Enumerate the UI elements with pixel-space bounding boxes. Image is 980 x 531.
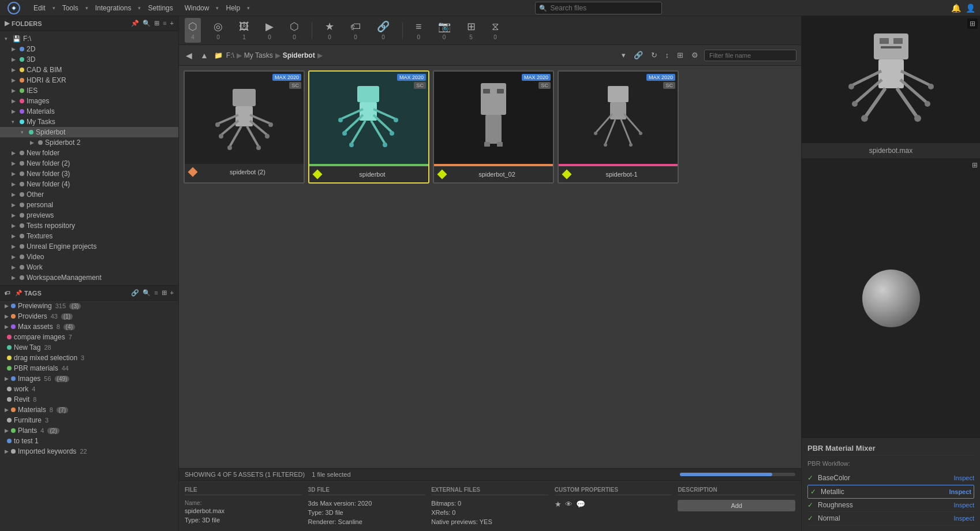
path-dropdown-btn[interactable]: ▾	[619, 50, 628, 61]
fd-eye-icon[interactable]: 👁	[565, 500, 573, 508]
menu-item-help[interactable]: Help	[221, 3, 245, 13]
tag-item-providers[interactable]: ▶ Providers 43 (1)	[0, 311, 178, 321]
preview-corner-icon[interactable]: ⊞	[967, 18, 978, 29]
add-folder-icon[interactable]: +	[170, 20, 174, 27]
toolbar-star-btn[interactable]: ★ 0	[321, 18, 338, 43]
menu-item-window[interactable]: Window	[180, 3, 214, 13]
sort-tags-icon[interactable]: ≡	[154, 289, 158, 297]
folder-item-newfolder2[interactable]: ▶ New folder (2)	[0, 158, 178, 169]
folder-item-previews[interactable]: ▶ previews	[0, 210, 178, 220]
folder-item-spiderbot[interactable]: ▾ Spiderbot	[0, 127, 178, 137]
folder-item-hdri[interactable]: ▶ HDRI & EXR	[0, 75, 178, 85]
toolbar-clock-btn[interactable]: ⧖ 0	[488, 18, 503, 43]
user-avatar-icon[interactable]: 👤	[966, 3, 975, 13]
tag-item-materials-tag[interactable]: ▶ Materials 8 (7)	[0, 405, 178, 415]
folder-item-ies[interactable]: ▶ IES	[0, 85, 178, 96]
toolbar-grid-btn[interactable]: ⊞ 5	[463, 18, 479, 43]
folder-item-tests[interactable]: ▶ Tests repository	[0, 220, 178, 231]
toolbar-link-btn[interactable]: 🔗 0	[373, 18, 393, 43]
menu-item-edit[interactable]: Edit	[29, 3, 50, 13]
pin-icon[interactable]: 📌	[131, 20, 139, 27]
menu-item-tools[interactable]: Tools	[58, 3, 83, 13]
toolbar-scene-btn[interactable]: ⬡ 0	[286, 18, 302, 43]
tag-item-images[interactable]: ▶ Images 56 (49)	[0, 373, 178, 384]
file-card-spiderbot[interactable]: MAX 2020 SC	[308, 70, 429, 184]
folder-item-newfolder3[interactable]: ▶ New folder (3)	[0, 169, 178, 179]
toolbar-video-btn[interactable]: ▶ 0	[262, 18, 277, 43]
tag-item-maxassets[interactable]: ▶ Max assets 8 (4)	[0, 321, 178, 332]
folders-expand-icon[interactable]: ▶	[5, 20, 9, 27]
search-input[interactable]	[535, 2, 662, 14]
folder-item-3d[interactable]: ▶ 3D	[0, 54, 178, 65]
path-up-btn[interactable]: ▲	[198, 50, 211, 61]
folder-item-cad[interactable]: ▶ CAD & BIM	[0, 65, 178, 75]
folder-item-unreal[interactable]: ▶ Unreal Engine projects	[0, 241, 178, 252]
tag-item-work[interactable]: work 4	[0, 384, 178, 394]
filter-tags-icon[interactable]: ⊞	[162, 289, 167, 297]
pbr-inspect-roughness[interactable]: Inspect	[954, 502, 974, 508]
fd-chat-icon[interactable]: 💬	[576, 500, 585, 508]
filter-filename-input[interactable]	[704, 50, 796, 61]
file-card-spiderbot02[interactable]: MAX 2020 SC	[433, 70, 554, 184]
notification-bell-icon[interactable]: 🔔	[951, 3, 961, 13]
folder-item-work[interactable]: ▶ Work	[0, 262, 178, 272]
toolbar-img-btn[interactable]: 🖼 1	[235, 18, 253, 43]
file-card-spiderbot2[interactable]: MAX 2020 SC	[184, 70, 305, 184]
pbr-inspect-metallic[interactable]: Inspect	[949, 488, 971, 495]
tag-item-previewing[interactable]: ▶ Previewing 315 (3)	[0, 301, 178, 311]
filter-folders-icon[interactable]: ≡	[163, 20, 166, 27]
path-refresh-icon[interactable]: ↻	[649, 50, 660, 61]
link-tags-icon[interactable]: 🔗	[131, 289, 139, 297]
file-card-spiderbot1[interactable]: MAX 2020 SC	[558, 70, 679, 184]
folder-item-personal[interactable]: ▶ personal	[0, 200, 178, 210]
folder-item-workspace[interactable]: ▶ WorkspaceManagement	[0, 272, 178, 283]
add-description-btn[interactable]: Add	[678, 500, 795, 511]
path-settings-icon[interactable]: ⚙	[689, 50, 701, 61]
folder-item-spiderbot2[interactable]: ▶ Spiderbot 2	[0, 137, 178, 148]
tag-item-compare[interactable]: compare images 7	[0, 332, 178, 342]
path-part-root[interactable]: F:\	[226, 51, 234, 59]
search-tags-icon[interactable]: 🔍	[143, 289, 151, 297]
tag-item-furniture[interactable]: Furniture 3	[0, 415, 178, 425]
toolbar-tag-btn[interactable]: 🏷 0	[347, 18, 364, 43]
toolbar-3d-btn[interactable]: ◎ 0	[210, 18, 226, 43]
sphere-corner-icon[interactable]: ⊞	[972, 161, 978, 169]
path-back-btn[interactable]: ◀	[184, 50, 194, 61]
folder-item-images[interactable]: ▶ Images	[0, 96, 178, 106]
folder-item-other[interactable]: ▶ Other	[0, 189, 178, 200]
folder-item-2d[interactable]: ▶ 2D	[0, 44, 178, 54]
folder-item-root[interactable]: ▾ 💾 F:\	[0, 33, 178, 44]
fd-star-icon[interactable]: ★	[555, 500, 562, 508]
tag-item-revit[interactable]: Revit 8	[0, 394, 178, 405]
tag-item-dragmixed[interactable]: drag mixed selection 3	[0, 353, 178, 363]
toolbar-list-btn[interactable]: ≡ 0	[412, 18, 425, 43]
path-sort-icon[interactable]: ↕	[663, 50, 672, 61]
path-filter-icon[interactable]: ⊞	[675, 50, 686, 61]
folder-item-materials[interactable]: ▶ Materials	[0, 106, 178, 117]
folder-item-video[interactable]: ▶ Video	[0, 252, 178, 262]
menu-item-settings[interactable]: Settings	[143, 3, 177, 13]
search-folders-icon[interactable]: 🔍	[143, 20, 151, 27]
folder-item-textures[interactable]: ▶ Textures	[0, 231, 178, 241]
app-logo[interactable]	[5, 2, 23, 14]
tag-item-plants[interactable]: ▶ Plants 4 (2)	[0, 425, 178, 436]
pbr-inspect-basecolor[interactable]: Inspect	[954, 474, 974, 481]
path-link2-icon[interactable]: 🔗	[631, 50, 645, 61]
tag-item-newtag[interactable]: New Tag 28	[0, 342, 178, 353]
tag-expand-icon[interactable]: 🏷	[5, 290, 10, 296]
folder-item-newfolder[interactable]: ▶ New folder	[0, 148, 178, 158]
add-tag-icon[interactable]: +	[170, 289, 174, 297]
pbr-inspect-normal[interactable]: Inspect	[954, 515, 974, 522]
badge-max-2: MAX 2020	[397, 74, 426, 81]
tag-item-pbrmaterials[interactable]: PBR materials 44	[0, 363, 178, 373]
folder-item-mytasks[interactable]: ▾ My Tasks	[0, 117, 178, 127]
path-part-mytasks[interactable]: My Tasks	[244, 51, 273, 59]
toolbar-camera-btn[interactable]: 📷 0	[435, 18, 454, 43]
sort-folders-icon[interactable]: ⊞	[154, 20, 159, 27]
pin-icon2[interactable]: 📌	[15, 290, 22, 296]
toolbar-all-btn[interactable]: ⬡ 4	[185, 18, 201, 43]
menu-item-integrations[interactable]: Integrations	[91, 3, 136, 13]
folder-item-newfolder4[interactable]: ▶ New folder (4)	[0, 179, 178, 189]
tag-item-imported[interactable]: ▶ Imported keywords 22	[0, 446, 178, 457]
tag-item-totest1[interactable]: to test 1	[0, 436, 178, 446]
